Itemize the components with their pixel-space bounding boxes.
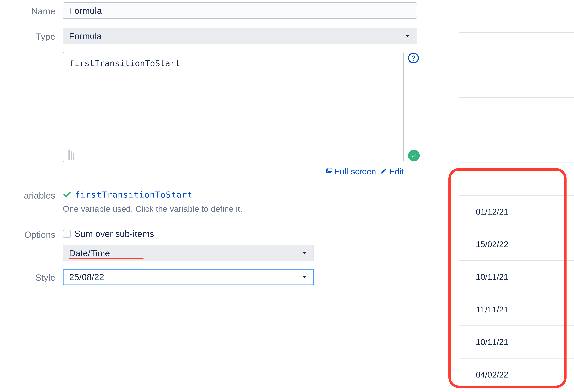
date-cell: 15/02/22 xyxy=(476,239,508,249)
table-row: 04/02/22 xyxy=(459,358,574,391)
date-cell: 04/02/22 xyxy=(476,370,508,379)
variables-label: ariables xyxy=(0,190,63,201)
formula-text: firstTransitionToStart xyxy=(69,58,180,68)
type-select-value: Formula xyxy=(69,31,102,41)
edit-label: Edit xyxy=(389,166,404,176)
preview-column: 01/12/21 15/02/22 10/11/21 11/11/21 10/1… xyxy=(459,0,574,392)
table-row xyxy=(459,98,574,130)
form-panel: Name Formula Type Formula firstTr xyxy=(0,0,446,287)
help-icon[interactable]: ? xyxy=(408,53,419,63)
type-label: Type xyxy=(0,28,63,42)
style-label: Style xyxy=(0,269,63,283)
variable-link[interactable]: firstTransitionToStart xyxy=(75,190,193,199)
type-select[interactable]: Formula xyxy=(63,28,417,44)
check-circle-icon xyxy=(408,150,420,162)
format-select-value: Date/Time xyxy=(69,248,110,258)
check-icon xyxy=(63,190,71,199)
pencil-icon xyxy=(381,166,387,176)
table-row: 01/12/21 xyxy=(459,196,574,228)
table-row xyxy=(459,163,574,196)
table-row xyxy=(459,65,574,98)
table-row: 15/02/22 xyxy=(459,228,574,261)
table-row xyxy=(459,130,574,163)
options-label: Options xyxy=(0,228,63,240)
variables-hint: One variable used. Click the variable to… xyxy=(63,204,446,214)
sum-over-subitems-label: Sum over sub-items xyxy=(74,228,154,239)
style-select-value: 25/08/22 xyxy=(69,272,104,282)
date-cell: 11/11/21 xyxy=(476,305,508,314)
table-row: 10/11/21 xyxy=(459,326,574,358)
table-row: 10/11/21 xyxy=(459,261,574,293)
resize-grip-icon xyxy=(65,150,76,160)
fullscreen-label: Full-screen xyxy=(335,166,376,176)
fullscreen-icon xyxy=(326,166,333,176)
formula-textarea[interactable]: firstTransitionToStart xyxy=(63,52,404,162)
date-cell: 01/12/21 xyxy=(476,207,508,216)
table-row: 11/11/21 xyxy=(459,293,574,326)
chevron-down-icon xyxy=(301,274,308,280)
name-label: Name xyxy=(0,2,63,16)
chevron-down-icon xyxy=(301,250,308,256)
name-input[interactable]: Formula xyxy=(63,2,417,19)
name-input-value: Formula xyxy=(69,5,102,16)
edit-link[interactable]: Edit xyxy=(381,166,404,176)
chevron-down-icon xyxy=(404,33,411,39)
table-row xyxy=(459,33,574,65)
date-cell: 10/11/21 xyxy=(476,272,508,282)
style-select[interactable]: 25/08/22 xyxy=(63,269,314,285)
table-row xyxy=(459,0,574,33)
sum-over-subitems-checkbox[interactable] xyxy=(63,230,71,238)
fullscreen-link[interactable]: Full-screen xyxy=(326,166,376,176)
date-cell: 10/11/21 xyxy=(476,337,508,347)
svg-rect-1 xyxy=(328,168,332,172)
annotation-underline xyxy=(69,258,144,259)
